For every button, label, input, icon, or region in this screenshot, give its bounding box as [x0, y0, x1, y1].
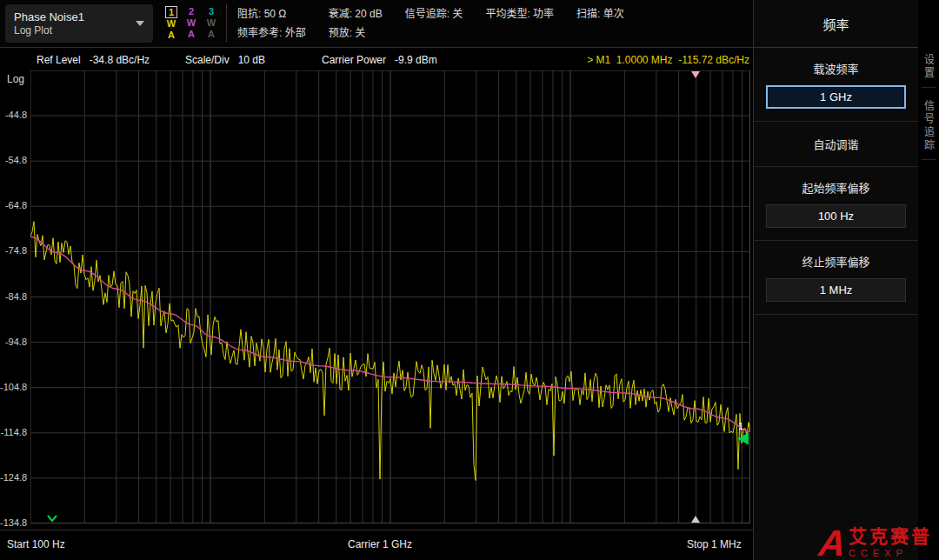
chevron-down-icon: [136, 21, 144, 26]
logo-brand-cn: 艾克赛普: [849, 527, 932, 546]
frequency-panel: 频率 载波频率 1 GHz 自动调谐 起始频率偏移 100 Hz 终止频率偏移 …: [753, 0, 918, 560]
y-tick-label: -104.8: [0, 382, 27, 392]
marker-m1-label: 1: [738, 421, 743, 431]
top-bar: Phase Noise1 Log Plot 1WA2WA3WA 阻抗: 50 Ω…: [0, 0, 753, 48]
scale-div-label: Scale/Div: [185, 54, 230, 66]
y-tick-label: -54.8: [0, 155, 27, 165]
carrier-frequency-value[interactable]: 1 GHz: [766, 85, 906, 109]
setting-item-4[interactable]: 扫描: 单次: [576, 6, 624, 26]
trace-indicator-1[interactable]: 1WA: [163, 6, 179, 41]
top-marker-icon: [691, 71, 700, 78]
grid: [30, 70, 750, 523]
y-tick-label: -44.8: [0, 110, 27, 120]
auto-tune-button[interactable]: 自动调谐: [754, 122, 918, 167]
trace-indicator-2[interactable]: 2WA: [183, 6, 199, 41]
plot-region: Ref Level-34.8 dBc/Hz Scale/Div10 dB Car…: [0, 49, 753, 530]
y-tick-label: -94.8: [0, 337, 27, 347]
stop-frequency-label: Stop 1 MHz: [687, 538, 742, 550]
divider: [226, 4, 227, 43]
carrier-frequency-label: 载波频率: [766, 60, 906, 77]
measurement-selector-text: Phase Noise1 Log Plot: [14, 10, 84, 37]
ref-level-readout: Ref Level-34.8 dBc/Hz: [37, 54, 150, 66]
y-tick-label: -114.8: [0, 427, 27, 437]
trace-indicator-3[interactable]: 3WA: [203, 6, 219, 41]
start-offset-item: 起始频率偏移 100 Hz: [754, 167, 918, 241]
tab-settings[interactable]: 设置: [922, 54, 936, 88]
carrier-frequency-footer-label: Carrier 1 GHz: [348, 538, 412, 550]
measurement-view: Log Plot: [14, 24, 84, 37]
ref-level-label: Ref Level: [37, 54, 81, 66]
carrier-power-readout: Carrier Power-9.9 dBm: [322, 54, 437, 66]
logo-text: 艾克赛普 CCEXP: [849, 527, 932, 558]
start-offset-value[interactable]: 100 Hz: [766, 204, 906, 228]
y-axis-scale-label: Log: [7, 73, 24, 85]
y-tick-label: -134.8: [0, 517, 27, 528]
stop-offset-item: 终止频率偏移 1 MHz: [754, 241, 918, 315]
y-tick-label: -84.8: [0, 291, 27, 302]
panel-title: 频率: [754, 0, 918, 48]
logo-a-mark: A: [817, 529, 847, 558]
tab-signal-track[interactable]: 信号追踪: [922, 100, 936, 160]
start-frequency-label: Start 100 Hz: [7, 538, 65, 550]
logo-brand-en: CCEXP: [849, 548, 908, 558]
ref-level-value: -34.8 dBc/Hz: [90, 54, 150, 66]
carrier-power-value: -9.9 dBm: [395, 54, 437, 66]
plot-annotation-bar: Ref Level-34.8 dBc/Hz Scale/Div10 dB Car…: [0, 54, 751, 70]
plot-canvas[interactable]: 1: [30, 70, 750, 523]
trace-indicators: 1WA2WA3WA: [163, 6, 219, 41]
marker-readout: > M1 1.0000 MHz -115.72 dBc/Hz: [587, 54, 749, 66]
measurement-selector[interactable]: Phase Noise1 Log Plot: [5, 4, 153, 43]
carrier-power-label: Carrier Power: [322, 54, 386, 66]
start-offset-label: 起始频率偏移: [766, 179, 906, 196]
scale-div-readout: Scale/Div10 dB: [185, 54, 265, 66]
carrier-frequency-item: 载波频率 1 GHz: [754, 48, 918, 122]
trace-start-indicator-icon: [48, 516, 57, 521]
signal-analyzer-screen: Phase Noise1 Log Plot 1WA2WA3WA 阻抗: 50 Ω…: [0, 0, 939, 560]
setting-item-1[interactable]: 衰减: 20 dB预放: 关: [329, 6, 383, 40]
y-tick-label: -124.8: [0, 472, 27, 483]
setting-item-0[interactable]: 阻抗: 50 Ω频率参考: 外部: [237, 6, 306, 40]
x-axis-footer: Start 100 Hz Carrier 1 GHz Stop 1 MHz: [0, 530, 753, 560]
scale-div-value: 10 dB: [238, 54, 265, 66]
stop-offset-label: 终止频率偏移: [766, 253, 906, 270]
y-tick-label: -74.8: [0, 245, 27, 256]
measurement-settings: 阻抗: 50 Ω频率参考: 外部衰减: 20 dB预放: 关信号追踪: 关平均类…: [237, 6, 624, 40]
stop-offset-value[interactable]: 1 MHz: [766, 278, 906, 302]
measurement-name: Phase Noise1: [14, 10, 84, 24]
setting-item-2[interactable]: 信号追踪: 关: [405, 6, 463, 26]
y-tick-label: -64.8: [0, 200, 27, 210]
setting-item-3[interactable]: 平均类型: 功率: [485, 6, 554, 26]
side-tabs: 设置 信号追踪: [918, 49, 939, 172]
bottom-marker-icon: [691, 516, 700, 523]
accexp-logo: A 艾克赛普 CCEXP: [819, 527, 932, 558]
